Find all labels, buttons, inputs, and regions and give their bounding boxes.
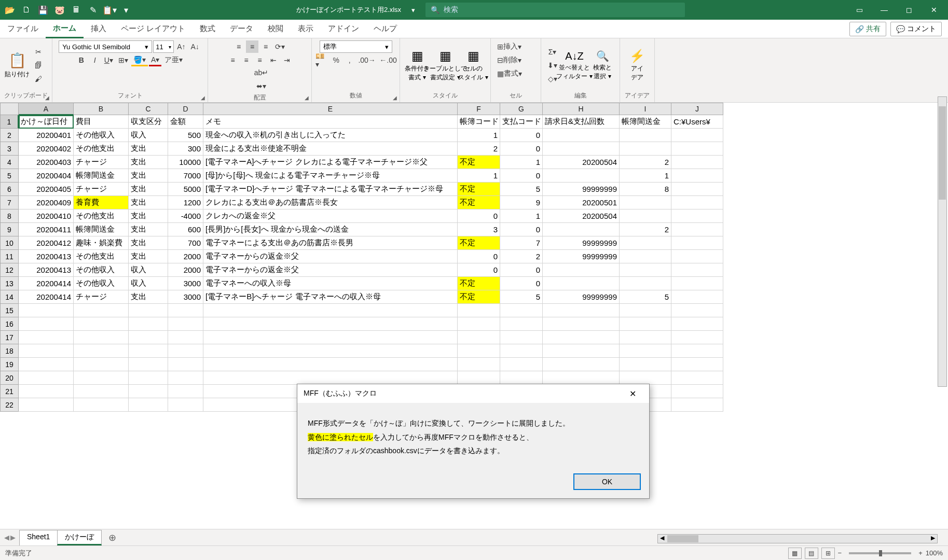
decrease-decimal-icon[interactable]: ←.00 <box>378 54 399 66</box>
cell[interactable]: 0 <box>500 169 543 183</box>
increase-indent-icon[interactable]: ⇥ <box>281 54 293 66</box>
cell[interactable]: 2000 <box>168 250 203 263</box>
qat-customize-icon[interactable]: ▾ <box>118 3 134 17</box>
cell[interactable] <box>19 371 74 385</box>
share-button[interactable]: 🔗 共有 <box>849 22 886 36</box>
column-header-J[interactable]: J <box>671 103 723 115</box>
cell[interactable] <box>671 156 723 169</box>
cell[interactable]: 支出 <box>129 196 168 209</box>
cell[interactable]: 3000 <box>168 277 203 290</box>
cell[interactable]: 3 <box>458 223 500 236</box>
cell[interactable]: 支出 <box>129 290 168 304</box>
cell[interactable]: [長男]から[長女]へ 現金から現金への送金 <box>203 223 458 236</box>
cell[interactable] <box>620 209 671 223</box>
cut-icon[interactable]: ✂ <box>32 46 45 58</box>
cell[interactable] <box>168 331 203 344</box>
cell[interactable]: 20200405 <box>19 183 74 196</box>
tab-数式[interactable]: 数式 <box>193 20 223 38</box>
row-header[interactable]: 2 <box>0 129 19 142</box>
cell[interactable]: 99999999 <box>543 183 620 196</box>
cell[interactable] <box>74 331 129 344</box>
cell[interactable]: 支出 <box>129 169 168 183</box>
row-header[interactable]: 1 <box>0 115 19 129</box>
cell[interactable]: 趣味・娯楽費 <box>74 236 129 250</box>
number-format-select[interactable]: 標準▾ <box>320 40 392 53</box>
cell[interactable] <box>168 358 203 371</box>
cell[interactable] <box>671 304 723 317</box>
piggy-icon[interactable]: 🐷 <box>52 3 67 17</box>
cell[interactable] <box>620 277 671 290</box>
cell[interactable]: 20200402 <box>19 142 74 156</box>
cell[interactable] <box>74 304 129 317</box>
cell[interactable] <box>500 331 543 344</box>
cell[interactable] <box>620 142 671 156</box>
cell[interactable]: 7000 <box>168 169 203 183</box>
cell[interactable]: 2 <box>500 250 543 263</box>
cell[interactable]: 電子マネーからの返金※父 <box>203 250 458 263</box>
borders-icon[interactable]: ⊞▾ <box>116 54 130 66</box>
row-header[interactable]: 7 <box>0 196 19 209</box>
cell[interactable]: 電子マネーからの返金※父 <box>203 263 458 277</box>
cell[interactable]: かけ～ぼ日付 <box>19 115 74 129</box>
page-layout-view-icon[interactable]: ▤ <box>805 548 818 559</box>
cell[interactable]: 9 <box>500 196 543 209</box>
cell[interactable] <box>671 209 723 223</box>
cell[interactable]: 支出 <box>129 236 168 250</box>
cell[interactable]: その他収入 <box>74 277 129 290</box>
cell[interactable] <box>458 331 500 344</box>
fill-color-icon[interactable]: 🪣▾ <box>131 54 148 66</box>
sheet-tab-かけーぼ[interactable]: かけーぼ <box>57 530 102 545</box>
row-header[interactable]: 5 <box>0 169 19 183</box>
cell[interactable]: 0 <box>458 263 500 277</box>
tab-データ[interactable]: データ <box>223 20 260 38</box>
select-all-corner[interactable] <box>0 103 19 115</box>
align-center-icon[interactable]: ≡ <box>240 54 253 66</box>
dialog-close-icon[interactable]: ✕ <box>622 386 643 401</box>
edit-icon[interactable]: ✎ <box>85 3 101 17</box>
cell[interactable]: 20200414 <box>19 290 74 304</box>
cell[interactable] <box>671 263 723 277</box>
cell[interactable]: [電子マネーD]へチャージ 電子マネーによる電子マネーチャージ※母 <box>203 183 458 196</box>
cell[interactable] <box>19 358 74 371</box>
row-header[interactable]: 12 <box>0 263 19 277</box>
cell[interactable]: 電子マネーへの収入※母 <box>203 277 458 290</box>
cell[interactable]: 20200414 <box>19 277 74 290</box>
cell[interactable]: 5 <box>500 290 543 304</box>
cell[interactable]: 2000 <box>168 263 203 277</box>
cell[interactable]: [電子マネーB]へチャージ 電子マネーへの収入※母 <box>203 290 458 304</box>
row-header[interactable]: 15 <box>0 304 19 317</box>
cell[interactable] <box>620 236 671 250</box>
cell[interactable]: 1 <box>458 169 500 183</box>
row-header[interactable]: 20 <box>0 371 19 385</box>
cell[interactable]: 10000 <box>168 156 203 169</box>
cell[interactable] <box>203 344 458 358</box>
italic-button[interactable]: I <box>89 54 101 66</box>
cell[interactable] <box>129 317 168 331</box>
cell[interactable]: 0 <box>500 223 543 236</box>
cell[interactable] <box>129 358 168 371</box>
cell[interactable] <box>168 317 203 331</box>
column-header-H[interactable]: H <box>543 103 620 115</box>
cell[interactable] <box>620 129 671 142</box>
cell[interactable] <box>543 223 620 236</box>
zoom-in-icon[interactable]: + <box>918 549 923 557</box>
clipboard-launcher-icon[interactable]: ◢ <box>44 94 51 101</box>
decrease-font-icon[interactable]: A↓ <box>189 40 201 53</box>
cell[interactable] <box>671 196 723 209</box>
cell[interactable]: 20200413 <box>19 263 74 277</box>
percent-icon[interactable]: % <box>330 54 342 66</box>
cell[interactable]: 1 <box>500 156 543 169</box>
cell[interactable] <box>671 331 723 344</box>
vscroll-thumb[interactable] <box>939 106 946 200</box>
cell[interactable]: 2 <box>458 142 500 156</box>
zoom-out-icon[interactable]: − <box>838 549 842 557</box>
cell[interactable] <box>19 331 74 344</box>
cell[interactable]: 電子マネーによる支出＠あの筋書店※長男 <box>203 236 458 250</box>
cell[interactable] <box>620 344 671 358</box>
cell[interactable] <box>500 304 543 317</box>
cell[interactable]: その他支出 <box>74 250 129 263</box>
cell[interactable]: 1 <box>500 209 543 223</box>
cell[interactable] <box>129 385 168 398</box>
cell[interactable] <box>620 263 671 277</box>
cell[interactable] <box>19 304 74 317</box>
